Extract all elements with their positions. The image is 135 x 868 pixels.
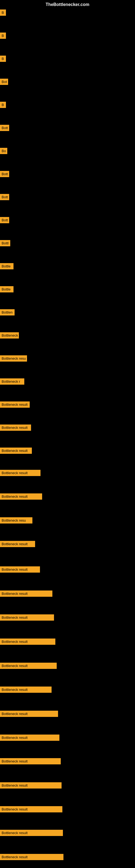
bottleneck-result-item: B	[0, 33, 6, 39]
bottleneck-result-item: Bottleneck result	[0, 854, 63, 860]
bottleneck-result-item: Bottleneck result	[0, 401, 30, 408]
bottleneck-result-item: Bottleneck result	[0, 493, 42, 500]
bottleneck-result-item: Bottleneck result	[0, 425, 31, 431]
bottleneck-result-item: B	[0, 102, 6, 108]
bottleneck-result-item: Bottle	[0, 286, 13, 292]
bottleneck-result-item: Bottleneck result	[0, 541, 35, 547]
bottleneck-result-item: Bott	[0, 217, 9, 223]
bottleneck-result-item: Bottleneck result	[0, 830, 63, 836]
bottleneck-result-item: Bottleneck result	[0, 639, 55, 645]
bottleneck-result-item: Bottleneck result	[0, 590, 52, 597]
bottleneck-result-item: Bottleneck result	[0, 470, 41, 476]
bottleneck-result-item: Bottleneck result	[0, 758, 61, 764]
bottleneck-result-item: Bott	[0, 171, 9, 177]
bottleneck-result-item: Bottleneck result	[0, 735, 59, 741]
bottleneck-result-item: Bottleneck resu	[0, 355, 27, 362]
bottleneck-result-item: Bottleneck result	[0, 806, 62, 812]
bottleneck-result-item: Bottleneck resu	[0, 517, 32, 524]
bottleneck-result-item: Bot	[0, 79, 8, 85]
bottleneck-result-item: B	[0, 9, 6, 16]
bottleneck-result-item: Bottleneck result	[0, 686, 52, 693]
bottleneck-result-item: Bottleneck result	[0, 711, 58, 717]
bottleneck-result-item: Bottl	[0, 240, 10, 246]
site-title: TheBottlenecker.com	[46, 2, 89, 7]
bottleneck-result-item: Bottleneck result	[0, 782, 61, 788]
bottleneck-result-item: Bottleneck result	[0, 566, 40, 572]
bottleneck-result-item: Bo	[0, 148, 7, 154]
bottleneck-result-item: Bottleneck result	[0, 663, 57, 669]
bottleneck-result-item: Bott	[0, 194, 9, 200]
bottleneck-result-item: Bottleneck result	[0, 447, 32, 454]
bottleneck-result-item: B	[0, 56, 6, 62]
bottleneck-result-item: Bottleneck	[0, 332, 19, 339]
bottleneck-result-item: Bottlen	[0, 309, 14, 315]
bottleneck-result-item: Bottle	[0, 263, 13, 269]
bottleneck-result-item: Bottleneck r	[0, 378, 24, 384]
bottleneck-result-item: Bott	[0, 125, 9, 131]
bottleneck-result-item: Bottleneck result	[0, 614, 54, 621]
